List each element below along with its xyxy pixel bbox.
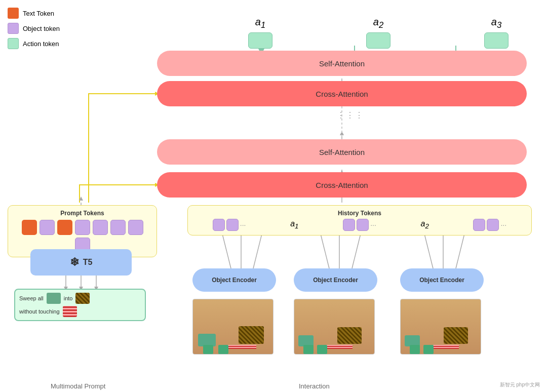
a3-group: a3 bbox=[484, 16, 509, 49]
scene-image-1 bbox=[192, 299, 274, 355]
legend: Text Token Object token Action token bbox=[8, 8, 60, 49]
hist-tokens-3: ··· bbox=[473, 219, 506, 231]
prompt-obj-token-1 bbox=[40, 220, 55, 235]
sweep-text: Sweep all bbox=[19, 295, 44, 301]
object-encoder-2-label: Object Encoder bbox=[313, 277, 358, 284]
without-touching-text: without touching bbox=[19, 308, 60, 315]
prompt-obj-token-5 bbox=[128, 220, 143, 235]
prompt-text-token-1 bbox=[22, 220, 37, 235]
multimodal-prompt-label: Multimodal Prompt bbox=[51, 382, 105, 390]
self-attention-top: Self-Attention bbox=[157, 51, 527, 76]
legend-object-token-label: Object token bbox=[23, 25, 60, 32]
attention-dots: ⋮⋮⋮ bbox=[337, 110, 364, 120]
scene3-small-2 bbox=[423, 345, 434, 354]
brown-object-img bbox=[75, 293, 90, 304]
object-encoder-3: Object Encoder bbox=[400, 268, 484, 292]
object-token-icon bbox=[8, 23, 19, 34]
hist-obj-6 bbox=[487, 219, 499, 231]
a3-label: a3 bbox=[491, 16, 501, 30]
hist-dots-3: ··· bbox=[500, 219, 506, 231]
self-attention-bottom-label: Self-Attention bbox=[319, 148, 365, 156]
a1-label: a1 bbox=[255, 16, 265, 30]
scene-obj-box-1 bbox=[239, 326, 264, 344]
legend-text-token: Text Token bbox=[8, 8, 60, 19]
prompt-token-row bbox=[13, 220, 151, 253]
multimodal-line1: Sweep all into bbox=[19, 293, 141, 304]
a2-label: a2 bbox=[373, 16, 383, 30]
prompt-obj-token-2 bbox=[75, 220, 90, 235]
hist-section-1: ··· bbox=[213, 219, 246, 231]
a2-group: a2 bbox=[366, 16, 390, 49]
scene2-small-1 bbox=[303, 345, 314, 354]
action-outputs-row: a1 a2 a3 ··· bbox=[248, 16, 547, 49]
hist-tokens-1: ··· bbox=[213, 219, 246, 231]
legend-action-token-label: Action token bbox=[23, 40, 59, 48]
t5-label: T5 bbox=[83, 258, 93, 267]
cross-attention-top: Cross-Attention bbox=[157, 81, 527, 106]
hist-section-3: ··· bbox=[473, 219, 506, 231]
t5-block: ❄ T5 bbox=[30, 249, 132, 276]
scene-small-2 bbox=[218, 345, 228, 354]
hist-obj-5 bbox=[473, 219, 485, 231]
scene2-small-2 bbox=[317, 345, 327, 354]
hist-a2-label: a2 bbox=[420, 219, 428, 231]
cross-attention-bottom: Cross-Attention bbox=[157, 172, 527, 198]
green-object-img bbox=[47, 293, 61, 304]
scene-small-1 bbox=[203, 345, 213, 354]
svg-marker-11 bbox=[340, 131, 344, 135]
legend-action-token: Action token bbox=[8, 38, 60, 49]
hist-dots-2: ··· bbox=[370, 219, 376, 231]
a3-token bbox=[484, 32, 509, 49]
red-stripe-img bbox=[63, 306, 77, 317]
self-attention-top-label: Self-Attention bbox=[319, 59, 365, 68]
hist-obj-4 bbox=[357, 219, 369, 231]
cross-attention-bottom-label: Cross-Attention bbox=[316, 181, 368, 189]
text-token-icon bbox=[8, 8, 19, 19]
history-tokens-area: History Tokens ··· a1 ··· a bbox=[187, 205, 532, 236]
hist-obj-3 bbox=[343, 219, 355, 231]
history-token-sections: ··· a1 ··· a2 ··· bbox=[193, 219, 526, 231]
action-token-icon bbox=[8, 38, 19, 49]
legend-object-token: Object token bbox=[8, 23, 60, 34]
svg-marker-17 bbox=[79, 197, 83, 201]
object-encoder-2: Object Encoder bbox=[294, 268, 377, 292]
scene-image-3 bbox=[400, 299, 481, 355]
watermark: 新智元 php中文网 bbox=[498, 380, 542, 389]
prompt-obj-token-3 bbox=[93, 220, 108, 235]
hist-a1-label: a1 bbox=[290, 219, 298, 231]
hist-section-2: ··· bbox=[343, 219, 376, 231]
scene-image-2 bbox=[294, 299, 375, 355]
legend-text-token-label: Text Token bbox=[23, 10, 54, 17]
prompt-tokens-label: Prompt Tokens bbox=[13, 210, 151, 217]
hist-tokens-2: ··· bbox=[343, 219, 376, 231]
a1-group: a1 bbox=[248, 16, 272, 49]
hist-obj-2 bbox=[226, 219, 239, 231]
scene3-small-1 bbox=[410, 345, 420, 354]
diagram-container: Text Token Object token Action token bbox=[0, 0, 547, 392]
prompt-text-token-2 bbox=[57, 220, 72, 235]
hist-dots-1: ··· bbox=[240, 219, 246, 231]
object-encoder-1-label: Object Encoder bbox=[212, 277, 257, 284]
cross-attention-top-label: Cross-Attention bbox=[316, 90, 368, 98]
a1-token bbox=[248, 32, 272, 49]
scene2-box bbox=[337, 327, 362, 344]
self-attention-bottom: Self-Attention bbox=[157, 139, 527, 165]
hist-obj-1 bbox=[213, 219, 225, 231]
object-encoder-1: Object Encoder bbox=[192, 268, 276, 292]
history-tokens-label: History Tokens bbox=[193, 210, 526, 217]
object-encoder-3-label: Object Encoder bbox=[419, 277, 464, 284]
scene3-box bbox=[444, 327, 468, 344]
prompt-obj-token-4 bbox=[110, 220, 126, 235]
multimodal-prompt-box: Sweep all into without touching bbox=[14, 289, 146, 321]
snowflake-icon: ❄ bbox=[70, 256, 79, 269]
into-text: into bbox=[64, 295, 73, 301]
interaction-label: Interaction bbox=[299, 382, 330, 390]
a2-token bbox=[366, 32, 390, 49]
multimodal-line2: without touching bbox=[19, 306, 141, 317]
